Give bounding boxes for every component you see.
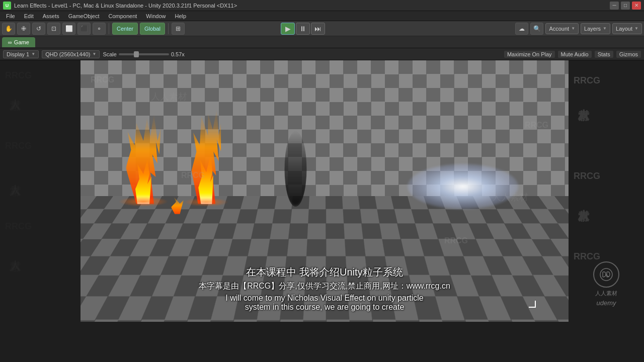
menu-bar: File Edit Assets GameObject Component Wi…: [0, 11, 644, 21]
left-panel: RRCG 人人素材 RRCG 人人素材 RRCG 人人素材: [0, 60, 80, 322]
title-text: Learn Effects - Level1 - PC, Mac & Linux…: [14, 3, 237, 9]
global-toggle[interactable]: Global: [140, 23, 165, 35]
display-value: Display 1: [7, 51, 29, 57]
step-button[interactable]: ⏭: [311, 23, 325, 35]
display-dropdown[interactable]: Display 1 ▼: [3, 50, 39, 58]
collab-button[interactable]: ☁: [515, 23, 528, 35]
menu-component[interactable]: Component: [104, 12, 141, 20]
wm-right-1: RRCG: [574, 75, 600, 86]
layers-label: Layers: [584, 26, 601, 32]
rrcg-text: 人人素材: [595, 290, 617, 297]
fire1-glow: [118, 197, 169, 207]
layout-label: Layout: [616, 26, 632, 32]
maximize-on-play-btn[interactable]: Maximize On Play: [504, 51, 555, 58]
title-bar-left: U Learn Effects - Level1 - PC, Mac & Lin…: [3, 2, 237, 10]
menu-help[interactable]: Help: [171, 12, 190, 20]
wm-right-2: RRCG: [574, 171, 600, 182]
udemy-area: 人人素材 udemy: [593, 261, 619, 307]
title-bar: U Learn Effects - Level1 - PC, Mac & Lin…: [0, 0, 644, 11]
rrcg-logo-svg: [599, 267, 614, 282]
toolbar-right: ☁ 🔍 Account ▼ Layers ▼ Layout ▼: [515, 23, 642, 35]
game-canvas: RRCG RRCG RRCG RRCG 人人素材 人人素材 在本课程中 我将介绍…: [80, 60, 569, 322]
rotate-tool-button[interactable]: ↺: [32, 23, 45, 35]
wm-cn-2: 人人素材: [492, 191, 528, 203]
gizmos-btn[interactable]: Gizmos: [616, 51, 641, 58]
udemy-text: udemy: [596, 299, 616, 307]
layers-arrow: ▼: [603, 26, 607, 31]
layout-dropdown[interactable]: Layout ▼: [612, 23, 642, 34]
floor-checker: [80, 196, 569, 322]
toolbar: ✋ ✙ ↺ ⊡ ⬜ ⬛ ⚬ Center Global ⊞ ▶ ⏸ ⏭ ☁ 🔍 …: [0, 21, 644, 36]
layout-arrow: ▼: [634, 26, 638, 31]
account-arrow: ▼: [571, 26, 575, 31]
game-tab-bar: ∞ Game: [0, 36, 644, 48]
wm-right-3: RRCG: [574, 251, 600, 262]
display-bar: Display 1 ▼ QHD (2560x1440) ▼ Scale 0.57…: [0, 48, 644, 60]
right-panel: RRCG 人人素材 RRCG 人人素材 RRCG 人人素材 udemy: [569, 60, 644, 322]
menu-window[interactable]: Window: [142, 12, 170, 20]
account-dropdown[interactable]: Account ▼: [545, 23, 579, 34]
display-selector[interactable]: Display 1 ▼: [3, 50, 39, 58]
game-tab-label: Game: [14, 39, 29, 45]
scale-label: Scale: [103, 51, 117, 57]
floor-area: [80, 196, 569, 322]
rrcg-logo-circle: [593, 261, 619, 288]
wm-cn-1: 人人素材: [151, 90, 187, 103]
grid-button[interactable]: ⊞: [172, 23, 185, 35]
menu-assets[interactable]: Assets: [39, 12, 63, 20]
scale-slider[interactable]: [119, 53, 169, 55]
separator-2: [168, 23, 169, 34]
resolution-dropdown[interactable]: QHD (2560x1440) ▼: [42, 50, 100, 58]
transform-tool-button[interactable]: ⬛: [77, 23, 91, 35]
menu-file[interactable]: File: [2, 12, 19, 20]
fire-effect-1: [121, 104, 166, 204]
layers-dropdown[interactable]: Layers ▼: [581, 23, 610, 34]
mute-audio-btn[interactable]: Mute Audio: [558, 51, 592, 58]
account-label: Account: [549, 26, 569, 32]
resolution-arrow: ▼: [92, 52, 96, 56]
maximize-button[interactable]: □: [621, 2, 630, 10]
play-button[interactable]: ▶: [281, 23, 295, 35]
separator-1: [109, 23, 109, 34]
stats-btn[interactable]: Stats: [595, 51, 613, 58]
scale-thumb[interactable]: [134, 51, 139, 57]
title-bar-buttons[interactable]: ─ □ ✕: [610, 2, 641, 10]
scale-tool-button[interactable]: ⊡: [47, 23, 60, 35]
watermark-rrcg-left: RRCG: [5, 70, 32, 81]
custom-tool-button[interactable]: ⚬: [93, 23, 106, 35]
main-viewport: RRCG 人人素材 RRCG 人人素材 RRCG 人人素材: [0, 60, 644, 322]
watermark-rrcg-left2: RRCG: [5, 141, 32, 151]
game-tab[interactable]: ∞ Game: [2, 37, 35, 47]
move-tool-button[interactable]: ✙: [17, 23, 30, 35]
playback-controls: ▶ ⏸ ⏭: [281, 23, 325, 35]
menu-edit[interactable]: Edit: [20, 12, 38, 20]
search-button[interactable]: 🔍: [530, 23, 543, 35]
game-tab-icon: ∞: [8, 39, 12, 45]
scale-value: 0.57x: [171, 51, 185, 57]
pause-button[interactable]: ⏸: [296, 23, 310, 35]
scale-control: Scale 0.57x: [103, 51, 184, 57]
display-arrow: ▼: [31, 52, 35, 56]
hand-tool-button[interactable]: ✋: [2, 23, 15, 35]
menu-gameobject[interactable]: GameObject: [64, 12, 104, 20]
watermark-rrcg-left3: RRCG: [5, 221, 32, 232]
svg-point-0: [600, 268, 612, 281]
minimize-button[interactable]: ─: [610, 2, 619, 10]
center-toggle[interactable]: Center: [112, 23, 138, 35]
close-button[interactable]: ✕: [632, 2, 641, 10]
display-bar-right: Maximize On Play Mute Audio Stats Gizmos: [504, 51, 641, 58]
fire-effect-2: [186, 99, 226, 204]
fire2-glow: [184, 198, 229, 207]
rect-tool-button[interactable]: ⬜: [62, 23, 75, 35]
resolution-selector[interactable]: QHD (2560x1440) ▼: [42, 50, 100, 58]
app-logo: U: [3, 2, 11, 10]
resolution-value: QHD (2560x1440): [45, 51, 90, 57]
